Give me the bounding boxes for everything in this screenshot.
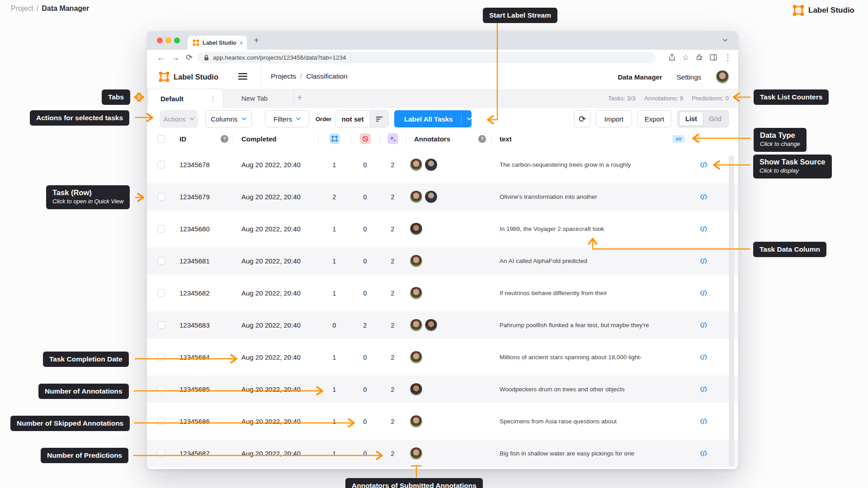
column-header-predictions[interactable] [380,133,406,144]
help-icon[interactable]: ? [221,135,228,143]
column-header-skipped[interactable] [350,133,380,144]
task-source-icon[interactable] [700,194,708,200]
task-row[interactable]: 12345684 Aug 20 2022, 20:40 1 0 2 Millio… [147,341,738,373]
task-text: In 1989, the Voyager 2 spacecraft took [491,225,688,232]
user-avatar[interactable] [716,70,729,84]
import-button[interactable]: Import [596,110,632,127]
row-checkbox[interactable] [157,353,165,361]
app-breadcrumb-project-name: Classification [306,72,347,80]
window-close-button[interactable] [157,38,163,43]
annotator-avatar [425,158,438,171]
task-source-icon[interactable] [700,162,708,168]
task-source-icon[interactable] [700,450,708,456]
reload-icon[interactable]: ⟳ [186,53,193,61]
row-checkbox[interactable] [157,385,165,393]
task-row[interactable]: 12345679 Aug 20 2022, 20:40 2 0 2 Olivin… [147,181,738,213]
row-checkbox[interactable] [157,289,165,297]
tab-default[interactable]: Default ⋮ [148,89,223,108]
task-row[interactable]: 12345686 Aug 20 2022, 20:40 1 0 2 Specim… [147,405,738,437]
task-row[interactable]: 12345685 Aug 20 2022, 20:40 1 0 2 Woodpe… [147,373,738,405]
row-checkbox[interactable] [157,257,165,265]
column-header-id[interactable]: ID [176,135,221,143]
task-source-icon[interactable] [700,386,708,392]
browser-tabstrip: Label Studio × + [147,31,738,50]
url-bar[interactable]: app.heartex.com/projects/123456/data?tab… [198,52,656,63]
callout-start-label-stream: Start Label Stream [483,8,557,23]
nav-settings[interactable]: Settings [677,73,701,81]
kebab-menu-icon[interactable]: ⋮ [724,53,732,61]
row-checkbox[interactable] [157,450,165,457]
forward-icon[interactable]: → [171,53,179,61]
grid-view-button[interactable]: Grid [703,115,727,122]
window-minimize-button[interactable] [165,38,171,43]
column-header-text[interactable]: text str [491,135,688,143]
row-checkbox[interactable] [157,225,165,233]
callout-show-task-source: Show Task Source Click to display [753,155,832,178]
help-icon[interactable]: ? [478,135,486,143]
column-header-annotations[interactable] [318,133,350,144]
task-row[interactable]: 12345687 Aug 20 2022, 20:40 1 0 2 Big fi… [147,437,738,469]
task-row[interactable]: 12345683 Aug 20 2022, 20:40 0 2 2 Pahrum… [147,309,738,341]
actions-button[interactable]: Actions [160,110,198,127]
side-panel-icon[interactable] [710,54,717,61]
bookmark-star-icon[interactable]: ☆ [682,54,689,61]
add-tab-icon[interactable]: + [297,93,302,103]
skipped-count: 2 [350,322,380,329]
predictions-count: 2 [380,258,406,265]
tab-menu-icon[interactable]: ⋮ [210,94,217,103]
column-header-annotators[interactable]: Annotators ? [406,135,491,143]
task-row[interactable]: 12345680 Aug 20 2022, 20:40 1 0 2 In 198… [147,213,738,245]
share-icon[interactable] [669,54,675,61]
row-checkbox[interactable] [157,418,165,425]
order-value[interactable]: not set [335,111,370,127]
nav-data-manager[interactable]: Data Manager [618,73,662,81]
close-icon[interactable]: × [240,40,243,46]
back-icon[interactable]: ← [157,53,165,61]
list-view-button[interactable]: List [679,112,703,126]
task-row[interactable]: 12345682 Aug 20 2022, 20:40 1 0 2 If neu… [147,277,738,309]
lock-icon[interactable] [204,55,209,61]
chevron-down-icon[interactable] [722,37,728,43]
columns-button[interactable]: Columns [205,110,252,127]
app-breadcrumb-projects[interactable]: Projects [271,72,296,80]
new-tab-icon[interactable]: + [254,35,259,46]
app-logo-text: Label Studio [174,73,218,81]
callout-num-skipped: Number of Skipped Annotations [10,416,130,431]
task-source-icon[interactable] [700,290,708,296]
label-studio-logo-icon [793,5,804,16]
scrollbar[interactable] [729,155,734,466]
hamburger-menu-icon[interactable] [238,73,247,80]
row-checkbox[interactable] [157,321,165,329]
task-row[interactable]: 12345678 Aug 20 2022, 20:40 1 0 2 The ca… [147,149,738,181]
sort-direction-button[interactable] [370,111,388,127]
export-button[interactable]: Export [637,110,671,127]
tab-new-tab[interactable]: New Tab [223,89,294,108]
task-source-icon[interactable] [700,226,708,232]
column-header-completed[interactable]: Completed [233,135,318,143]
browser-tab[interactable]: Label Studio × [188,36,247,50]
window-zoom-button[interactable] [174,38,180,43]
select-all-checkbox[interactable] [157,135,165,143]
task-source-icon[interactable] [700,258,708,264]
task-source-icon[interactable] [700,354,708,360]
chevron-down-icon[interactable] [467,117,472,120]
data-type-badge[interactable]: str [672,135,685,143]
extensions-icon[interactable] [696,54,703,61]
label-all-tasks-button[interactable]: Label All Tasks [394,110,472,127]
app-breadcrumb-separator: / [300,72,302,80]
task-source-icon[interactable] [700,418,708,424]
task-row[interactable]: 12345681 Aug 20 2022, 20:40 1 0 2 An AI … [147,245,738,277]
row-checkbox[interactable] [157,193,165,201]
task-completed-date: Aug 20 2022, 20:40 [233,257,318,265]
predictions-count: 2 [380,386,406,393]
task-text: Big fish in shallow water are easy picki… [491,450,688,457]
callout-num-annotations: Number of Annotations [38,384,129,399]
refresh-button[interactable]: ⟳ [574,110,590,127]
breadcrumb-section[interactable]: Project [11,5,33,13]
row-checkbox[interactable] [157,161,165,169]
order-label: Order [316,116,331,122]
task-source-icon[interactable] [700,322,708,328]
filters-button[interactable]: Filters [265,110,309,127]
order-control[interactable]: not set [335,110,389,127]
chevron-down-icon [296,117,301,120]
